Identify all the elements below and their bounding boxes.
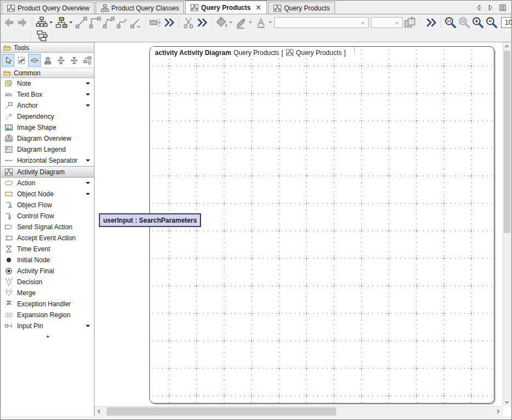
activity-diagram-frame[interactable]: activity Activity Diagram Query Products… bbox=[149, 46, 494, 404]
palette-item-expansion-region[interactable]: Expansion Region bbox=[1, 310, 94, 320]
containment-structure-button[interactable] bbox=[35, 30, 48, 43]
scroll-down-arrow[interactable] bbox=[503, 399, 510, 406]
toolbar-separator bbox=[210, 17, 213, 28]
palette-item-exception-handler[interactable]: Exception Handler bbox=[1, 299, 94, 310]
frame-header-ref: Query Products bbox=[296, 49, 342, 57]
line-style-straight-button[interactable] bbox=[75, 16, 88, 29]
dropdown-caret-icon[interactable] bbox=[86, 182, 90, 184]
palette-item-image-shape[interactable]: Image Shape bbox=[1, 122, 94, 133]
line-style-oblique-button[interactable] bbox=[102, 16, 115, 29]
line-color-caret-icon[interactable] bbox=[249, 21, 252, 24]
palette-item-send-signal-action[interactable]: Send Signal Action bbox=[1, 222, 94, 233]
zoom-fit-button[interactable] bbox=[458, 16, 471, 29]
input-pin-icon bbox=[4, 322, 13, 330]
squeeze-tool-button[interactable] bbox=[68, 54, 80, 67]
back-button[interactable] bbox=[2, 16, 15, 29]
split-tool-button[interactable] bbox=[54, 54, 67, 67]
display-parts-button[interactable] bbox=[149, 16, 162, 29]
dropdown-caret-icon[interactable] bbox=[86, 193, 90, 195]
vertical-scroll-thumb[interactable] bbox=[504, 51, 510, 233]
palette-item-activity-diagram[interactable]: Activity Diagram bbox=[1, 166, 94, 178]
font-size-combobox[interactable] bbox=[371, 17, 403, 28]
palette-item-object-node[interactable]: Object Node bbox=[1, 189, 94, 200]
dropdown-caret-icon[interactable] bbox=[86, 104, 90, 107]
zoom-in-button[interactable] bbox=[471, 16, 485, 29]
palette-item-time-event[interactable]: Time Event bbox=[1, 244, 94, 255]
previous-tab-icon[interactable] bbox=[474, 3, 483, 12]
diagram-canvas[interactable]: activity Activity Diagram Query Products… bbox=[94, 42, 511, 416]
frame-header-kind: activity Activity Diagram bbox=[155, 49, 231, 57]
line-style-custom-button[interactable] bbox=[130, 16, 143, 29]
palette-item-object-flow[interactable]: Object Flow bbox=[1, 200, 94, 211]
fill-color-caret-icon[interactable] bbox=[229, 21, 232, 24]
palette-item-label: Input Pin bbox=[17, 322, 43, 330]
palette-section-tools[interactable]: Tools bbox=[1, 42, 94, 53]
more-toolbar-chevron-icon[interactable] bbox=[425, 16, 438, 29]
palette-item-note[interactable]: Note bbox=[1, 78, 94, 89]
class-diagram-icon bbox=[101, 4, 109, 13]
palette-item-control-flow[interactable]: Control Flow bbox=[1, 211, 94, 222]
palette-item-diagram-overview[interactable]: Diagram Overview bbox=[1, 133, 94, 144]
diagram-tab-0[interactable]: Product Query Overview bbox=[2, 2, 94, 14]
swap-tool-button[interactable] bbox=[81, 54, 93, 67]
scroll-up-arrow[interactable] bbox=[503, 43, 510, 50]
line-style-rectilinear-button[interactable] bbox=[88, 16, 102, 29]
activity-diagram-icon bbox=[7, 4, 15, 13]
close-tab-icon[interactable] bbox=[255, 4, 262, 11]
object-node-userinput[interactable]: userInput : SearchParameters bbox=[99, 213, 201, 227]
diagram-tab-2[interactable]: Query Products bbox=[185, 1, 267, 14]
scrollbar-corner bbox=[503, 406, 511, 416]
glue-tool-button[interactable] bbox=[28, 54, 41, 67]
palette-item-merge[interactable]: Merge bbox=[1, 288, 94, 299]
palette-item-dependency[interactable]: Dependency bbox=[1, 111, 94, 122]
palette-item-input-pin[interactable]: Input Pin bbox=[1, 320, 94, 331]
horizontal-scrollbar[interactable] bbox=[94, 406, 503, 416]
line-color-button[interactable] bbox=[235, 16, 248, 29]
palette-section-common[interactable]: Common bbox=[1, 68, 94, 78]
horizontal-scroll-thumb[interactable] bbox=[107, 407, 336, 416]
font-color-caret-icon[interactable] bbox=[269, 21, 272, 24]
palette-item-text-box[interactable]: abcText Box bbox=[1, 89, 94, 100]
font-color-button[interactable] bbox=[254, 16, 268, 29]
palette-item-diagram-legend[interactable]: Diagram Legend bbox=[1, 144, 94, 155]
palette-item-horizontal-separator[interactable]: Horizontal Separator bbox=[1, 155, 94, 166]
fill-color-button[interactable] bbox=[215, 16, 228, 29]
palette-item-action[interactable]: Action bbox=[1, 178, 94, 189]
scroll-right-arrow[interactable] bbox=[494, 408, 502, 415]
folder-icon bbox=[3, 44, 11, 52]
diagram-tab-1[interactable]: Product Query Classes bbox=[96, 2, 184, 14]
stamp-tool-button[interactable] bbox=[41, 54, 54, 67]
tab-list-icon[interactable] bbox=[498, 3, 507, 12]
selection-tool-button[interactable] bbox=[2, 54, 14, 67]
dropdown-caret-icon[interactable] bbox=[86, 159, 90, 162]
layout-caret-icon[interactable] bbox=[49, 21, 53, 24]
add-related-button[interactable] bbox=[55, 16, 68, 29]
zoom-level-combobox[interactable]: 100% bbox=[501, 17, 512, 28]
layout-button[interactable] bbox=[35, 16, 48, 29]
next-tab-icon[interactable] bbox=[486, 3, 495, 12]
dropdown-caret-icon[interactable] bbox=[86, 82, 90, 85]
dropdown-caret-icon[interactable] bbox=[86, 325, 90, 327]
vertical-scrollbar[interactable] bbox=[503, 42, 511, 406]
cut-button[interactable] bbox=[182, 16, 195, 29]
scroll-left-arrow[interactable] bbox=[96, 408, 103, 415]
palette-item-activity-final[interactable]: Activity Final bbox=[1, 266, 94, 277]
palette-item-accept-event-action[interactable]: Accept Event Action bbox=[1, 233, 94, 244]
palette-item-initial-node[interactable]: Initial Node bbox=[1, 255, 94, 266]
copy-to-diagram-button[interactable] bbox=[403, 16, 416, 29]
more-buttons-chevron-icon[interactable] bbox=[163, 16, 176, 29]
more-edit-chevron-icon[interactable] bbox=[196, 16, 209, 29]
font-name-combobox[interactable] bbox=[274, 17, 369, 28]
zoom-1-1-button[interactable] bbox=[444, 16, 457, 29]
dropdown-caret-icon[interactable] bbox=[86, 93, 90, 96]
zoom-out-button[interactable] bbox=[485, 16, 498, 29]
marquee-tool-button[interactable] bbox=[15, 54, 27, 67]
add-related-caret-icon[interactable] bbox=[69, 21, 73, 24]
palette-item-decision[interactable]: Decision bbox=[1, 277, 94, 288]
palette-scroll-up-button[interactable] bbox=[1, 333, 94, 340]
diagram-tab-3[interactable]: Query Products bbox=[268, 2, 335, 14]
palette-item-anchor[interactable]: Anchor bbox=[1, 100, 94, 111]
forward-button[interactable] bbox=[16, 16, 29, 29]
diagram-frame-header[interactable]: activity Activity Diagram Query Products… bbox=[152, 47, 354, 59]
line-style-curve-button[interactable] bbox=[116, 16, 129, 29]
